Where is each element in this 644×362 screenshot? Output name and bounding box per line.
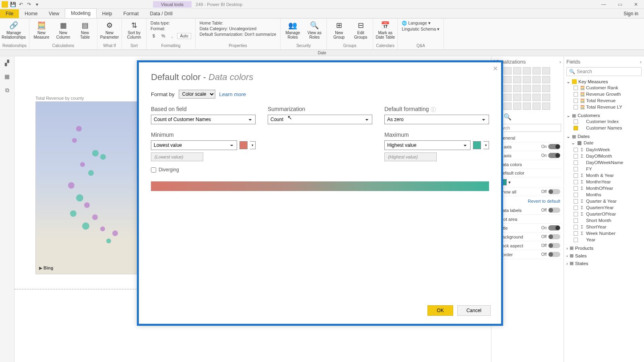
analytics-tool-icon[interactable]: 🔍 <box>504 113 512 121</box>
format-search[interactable]: Search <box>494 124 561 132</box>
linguistic-schema-dropdown[interactable]: Linguistic Schema ▾ <box>402 27 440 31</box>
data-category-dropdown[interactable]: Data Category: Uncategorized <box>200 26 277 31</box>
help-tab[interactable]: Help <box>97 9 118 18</box>
yaxis-toggle[interactable] <box>548 153 560 158</box>
viz-type-icon[interactable] <box>523 76 531 83</box>
model-view-icon[interactable]: ⧉ <box>3 86 11 94</box>
info-icon[interactable]: i <box>431 107 436 112</box>
viz-type-icon[interactable] <box>542 94 550 101</box>
home-table-dropdown[interactable]: Home Table: <box>200 21 277 25</box>
field-item[interactable]: ΣMonth & Year <box>566 172 642 179</box>
ok-button[interactable]: OK <box>427 305 453 316</box>
min-value-input[interactable]: (Lowest value) <box>151 152 203 161</box>
viz-type-icon[interactable] <box>504 103 512 110</box>
new-parameter-button[interactable]: ⚙NewParameter <box>100 19 119 39</box>
maximize-icon[interactable]: ▭ <box>612 0 628 9</box>
xaxis-toggle[interactable] <box>548 144 560 149</box>
report-view-icon[interactable]: ▞ <box>3 59 11 67</box>
min-color-dropdown[interactable]: ▾ <box>250 141 256 149</box>
format-by-select[interactable]: Color scale <box>179 90 215 99</box>
datadrill-tab[interactable]: Data / Drill <box>144 9 178 18</box>
viz-type-icon[interactable] <box>523 67 531 74</box>
manage-relationships-button[interactable]: 🔗ManageRelationships <box>2 19 25 39</box>
manage-roles-button[interactable]: 👥ManageRoles <box>283 19 302 39</box>
field-item[interactable]: ΣMonthOfYear <box>566 185 642 191</box>
background-toggle[interactable] <box>548 234 560 239</box>
field-item[interactable]: 🧮Total Revenue LY <box>566 104 642 110</box>
minimize-icon[interactable]: — <box>596 0 612 9</box>
file-tab[interactable]: File <box>0 9 19 18</box>
maximum-select[interactable]: Highest value <box>384 140 471 150</box>
fields-search[interactable]: 🔍Search <box>566 67 642 76</box>
viz-type-icon[interactable] <box>542 76 550 83</box>
minimum-select[interactable]: Lowest value <box>151 140 237 150</box>
viz-type-icon[interactable] <box>542 85 550 92</box>
title-toggle[interactable] <box>548 225 560 230</box>
viz-type-icon[interactable] <box>504 94 512 101</box>
summarization-select[interactable]: Count <box>268 115 372 124</box>
auto-format-button[interactable]: Auto <box>177 33 191 39</box>
field-item[interactable]: ΣMonthnYear <box>566 179 642 185</box>
viz-type-icon[interactable] <box>523 85 531 92</box>
new-measure-button[interactable]: 🧮NewMeasure <box>32 19 51 39</box>
cancel-button[interactable]: Cancel <box>457 305 491 316</box>
diverging-checkbox[interactable] <box>151 167 156 173</box>
viz-type-icon[interactable] <box>513 76 521 83</box>
viz-type-icon[interactable] <box>504 85 512 92</box>
table-products[interactable]: ›▦Products <box>566 245 642 251</box>
field-item[interactable]: ΣQuarterOfYear <box>566 211 642 217</box>
max-value-input[interactable]: (Highest value) <box>384 152 437 161</box>
viz-type-icon[interactable] <box>542 103 550 110</box>
min-color-swatch[interactable] <box>239 141 248 149</box>
field-item[interactable]: 🧮Customer Rank <box>566 84 642 91</box>
lockaspect-toggle[interactable] <box>548 243 560 248</box>
table-key-measures[interactable]: ⌄Key Measures <box>566 79 642 84</box>
data-view-icon[interactable]: ▦ <box>3 72 11 80</box>
comma-icon[interactable]: , <box>169 33 175 39</box>
viz-type-icon[interactable] <box>523 94 531 101</box>
field-item[interactable]: 🧮Revenue Growth <box>566 91 642 97</box>
field-item[interactable]: ΣShortYear <box>566 224 642 230</box>
currency-icon[interactable]: $ <box>151 33 157 39</box>
map-visual[interactable]: ▶ Bing <box>35 101 144 274</box>
save-icon[interactable]: 💾 <box>10 1 16 8</box>
field-item[interactable]: FY <box>566 166 642 172</box>
field-date-hierarchy[interactable]: ⌄▦Date <box>566 139 642 146</box>
field-item[interactable]: Customer Index <box>566 118 642 125</box>
view-as-roles-button[interactable]: 🔍View asRoles <box>305 19 324 39</box>
mark-date-table-button[interactable]: 📅Mark asDate Table <box>376 19 395 39</box>
viz-type-icon[interactable] <box>513 103 521 110</box>
table-dates[interactable]: ⌄▦Dates <box>566 134 642 139</box>
view-tab[interactable]: View <box>43 9 65 18</box>
table-sales[interactable]: ›▦Sales <box>566 253 642 258</box>
viz-type-icon[interactable] <box>542 67 550 74</box>
home-tab[interactable]: Home <box>19 9 43 18</box>
default-formatting-select[interactable]: As zero <box>384 115 489 124</box>
modeling-tab[interactable]: Modeling <box>65 8 97 18</box>
border-toggle[interactable] <box>548 252 560 257</box>
collapse-icon[interactable]: › <box>640 59 642 65</box>
field-item[interactable]: Year <box>566 237 642 243</box>
close-window-icon[interactable]: ✕ <box>628 0 644 9</box>
viz-type-icon[interactable] <box>504 76 512 83</box>
new-group-button[interactable]: ⊞NewGroup <box>329 19 349 39</box>
field-item[interactable]: ΣDayInWeek <box>566 146 642 153</box>
max-color-dropdown[interactable]: ▾ <box>483 141 489 149</box>
viz-type-icon[interactable] <box>513 67 521 74</box>
viz-type-icon[interactable] <box>523 103 531 110</box>
language-dropdown[interactable]: 🌐 Language ▾ <box>402 21 440 26</box>
field-item[interactable]: DayOfWeekName <box>566 159 642 166</box>
edit-groups-button[interactable]: ⊟EditGroups <box>351 19 370 39</box>
format-label[interactable]: Format: <box>151 26 191 31</box>
percent-icon[interactable]: % <box>159 33 167 39</box>
showall-toggle[interactable] <box>548 189 560 194</box>
based-on-field-select[interactable]: Count of Customer Names <box>151 115 256 124</box>
table-customers[interactable]: ⌄▦Customers <box>566 113 642 118</box>
revert-default-link[interactable]: Revert to default <box>494 196 561 206</box>
field-item[interactable]: Customer Names <box>566 125 642 131</box>
learn-more-link[interactable]: Learn more <box>219 91 246 97</box>
close-icon[interactable]: ✕ <box>493 65 498 72</box>
default-summarization-dropdown[interactable]: Default Summarization: Don't summarize <box>200 32 277 37</box>
table-states[interactable]: ›▦States <box>566 261 642 266</box>
field-item[interactable]: ΣWeek Number <box>566 230 642 237</box>
